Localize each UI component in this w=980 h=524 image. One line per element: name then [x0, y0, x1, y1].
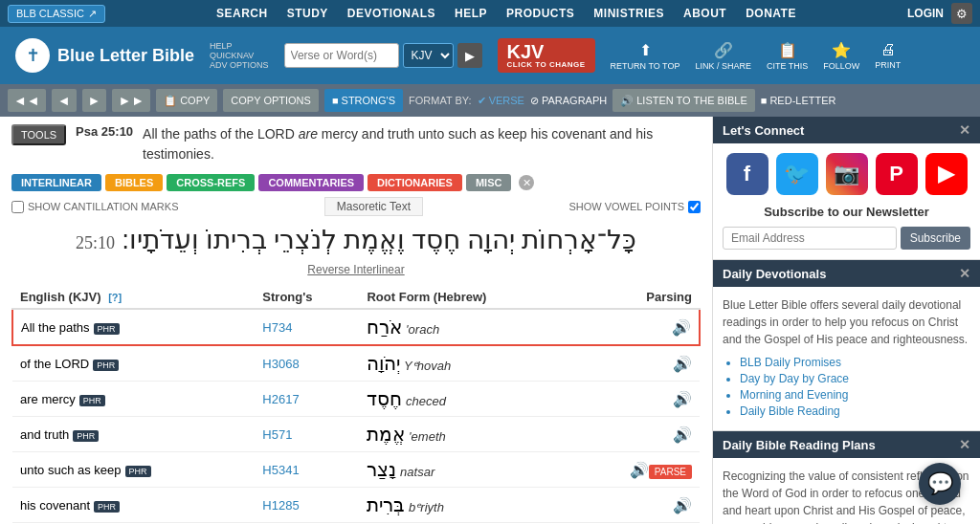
strongs-link[interactable]: H2617 — [262, 392, 299, 406]
copy-button[interactable]: 📋 COPY — [156, 89, 217, 112]
strongs-number[interactable]: H3068 — [255, 345, 359, 382]
kjv-logo-area[interactable]: KJV CLICK TO CHANGE — [498, 38, 595, 73]
strongs-button[interactable]: ■ STRONG'S — [324, 89, 403, 112]
reverse-interlinear-link[interactable]: Reverse Interlinear — [11, 263, 701, 276]
connect-close-button[interactable]: ✕ — [959, 122, 970, 138]
daily-link-2[interactable]: Day by Day by Grace — [740, 372, 970, 385]
return-top-label: RETURN TO TOP — [611, 61, 680, 71]
strongs-number[interactable]: H5341 — [255, 452, 359, 488]
vowel-points-input[interactable] — [688, 201, 701, 213]
cantillation-checkbox[interactable]: SHOW CANTILLATION MARKS — [11, 201, 178, 213]
strongs-number[interactable]: H734 — [255, 309, 359, 345]
youtube-button[interactable]: ▶ — [925, 153, 968, 195]
hebrew-content: כָּל־אָרְחוֹת יְהוָה חֶסֶד וֶאֱמֶת לְנֹצ… — [122, 225, 636, 254]
instagram-button[interactable]: 📷 — [826, 153, 868, 195]
tab-dictionaries[interactable]: DICTIONARIES — [368, 174, 462, 191]
adv-options-label[interactable]: ADV OPTIONS — [210, 60, 269, 70]
tab-misc[interactable]: MISC — [466, 174, 512, 191]
gear-icon: ⚙ — [956, 7, 968, 21]
strongs-link[interactable]: H571 — [262, 427, 292, 442]
table-row[interactable]: his covenantPHRH1285בְּרִית bᵉriyth🔊 — [12, 488, 700, 523]
subscribe-button[interactable]: Subscribe — [901, 227, 970, 250]
tools-button[interactable]: TOOLS — [11, 124, 66, 145]
tab-commentaries[interactable]: COMMENTARIES — [258, 174, 364, 191]
help-label[interactable]: HELP — [210, 41, 269, 51]
quicknav-label[interactable]: QUICKNAV — [210, 51, 269, 60]
strongs-number[interactable]: H1285 — [255, 488, 359, 523]
chat-button[interactable]: 💬 — [919, 463, 961, 505]
tab-bibles[interactable]: BIBLES — [105, 174, 163, 191]
header: ✝ Blue Letter Bible HELP QUICKNAV ADV OP… — [0, 27, 980, 84]
strongs-link[interactable]: H1285 — [262, 498, 299, 513]
help-nav-link[interactable]: HELP — [455, 7, 487, 20]
follow-button[interactable]: ⭐ FOLLOW — [823, 41, 859, 71]
donate-nav-link[interactable]: DONATE — [746, 7, 796, 20]
table-row[interactable]: of the LORDPHRH3068יְהֹוָה Yᵉhovah🔊 — [12, 345, 700, 382]
daily-link-1[interactable]: BLB Daily Promises — [740, 356, 970, 369]
tabs-close-button[interactable]: ✕ — [519, 175, 534, 190]
pinterest-button[interactable]: P — [876, 153, 918, 195]
login-button[interactable]: LOGIN — [907, 7, 944, 20]
devotionals-nav-link[interactable]: DEVOTIONALS — [347, 7, 435, 20]
daily-link-3[interactable]: Morning and Evening — [740, 388, 970, 402]
tab-interlinear[interactable]: INTERLINEAR — [11, 174, 101, 191]
return-top-button[interactable]: ⬆ RETURN TO TOP — [611, 41, 680, 71]
strongs-link[interactable]: H734 — [262, 320, 292, 335]
strongs-link[interactable]: H5341 — [262, 463, 299, 477]
audio-button[interactable]: 🔊 — [672, 318, 691, 337]
strongs-number[interactable]: H571 — [255, 417, 359, 452]
prev-page-button[interactable]: ◄ — [52, 89, 77, 112]
strongs-label: STRONG'S — [342, 95, 396, 106]
cite-this-button[interactable]: 📋 CITE THIS — [767, 41, 808, 71]
table-row[interactable]: unto such as keepPHRH5341נָצַר natsar🔊PA… — [12, 452, 700, 488]
first-page-button[interactable]: ◄◄ — [8, 89, 46, 112]
audio-button[interactable]: 🔊 — [673, 426, 692, 444]
audio-button[interactable]: 🔊 — [673, 390, 692, 408]
listen-button[interactable]: 🔊 LISTEN TO THE BIBLE — [612, 89, 755, 112]
audio-button[interactable]: 🔊 — [673, 355, 692, 373]
link-share-button[interactable]: 🔗 LINK / SHARE — [695, 41, 751, 71]
help-link[interactable]: [?] — [108, 292, 122, 303]
vowel-points-checkbox[interactable]: SHOW VOWEL POINTS — [568, 201, 701, 213]
strongs-link[interactable]: H3068 — [262, 357, 299, 371]
reading-plans-close-button[interactable]: ✕ — [959, 437, 970, 452]
table-row[interactable]: All the pathsPHRH734אֹרַח 'orach🔊 — [12, 309, 700, 345]
print-button[interactable]: 🖨 PRINT — [875, 41, 901, 70]
verse-format-button[interactable]: ✔ VERSE — [478, 95, 524, 107]
reading-plans-header: Daily Bible Reading Plans ✕ — [713, 431, 980, 458]
translation-select[interactable]: KJV — [403, 43, 454, 68]
verse-reference: Psa 25:10 — [76, 124, 133, 139]
red-letter-button[interactable]: ■ RED-LETTER — [761, 95, 836, 106]
products-nav-link[interactable]: PRODUCTS — [506, 7, 574, 20]
email-input[interactable] — [723, 227, 897, 250]
strongs-number[interactable]: H2617 — [255, 382, 359, 417]
paragraph-format-button[interactable]: ⊘ PARAGRAPH — [530, 95, 607, 107]
twitter-button[interactable]: 🐦 — [776, 153, 818, 195]
facebook-button[interactable]: f — [726, 153, 768, 195]
tab-cross-refs[interactable]: CROSS-REFS — [167, 174, 255, 191]
audio-button[interactable]: 🔊 — [673, 496, 692, 514]
copy-options-button[interactable]: COPY OPTIONS — [223, 89, 319, 112]
settings-button[interactable]: ⚙ — [951, 3, 972, 24]
blb-classic-button[interactable]: BLB CLASSIC ↗ — [8, 5, 105, 23]
next-page-button[interactable]: ► — [82, 89, 107, 112]
about-nav-link[interactable]: ABOUT — [683, 7, 726, 20]
study-nav-link[interactable]: STUDY — [287, 7, 328, 20]
table-row[interactable]: are mercyPHRH2617חֶסֶד checed🔊 — [12, 382, 700, 417]
go-button[interactable]: ▶ — [457, 43, 482, 68]
parse-button[interactable]: PARSE — [649, 465, 692, 479]
last-page-button[interactable]: ►► — [112, 89, 150, 112]
search-nav-link[interactable]: SEARCH — [216, 7, 268, 20]
verse-search-input[interactable] — [284, 43, 399, 68]
table-row[interactable]: and truthPHRH571אֱמֶת 'emeth🔊 — [12, 417, 700, 452]
main-area: TOOLS Psa 25:10 All the paths of the LOR… — [0, 117, 980, 524]
external-link-icon: ↗ — [88, 8, 97, 20]
audio-button[interactable]: 🔊 — [630, 461, 649, 479]
kjv-logo: KJV CLICK TO CHANGE — [498, 38, 595, 73]
ministries-nav-link[interactable]: MINISTRIES — [593, 7, 664, 20]
verse-text: All the paths of the LORD are mercy and … — [143, 124, 701, 164]
daily-link-4[interactable]: Daily Bible Reading — [740, 404, 970, 418]
phr-badge: PHR — [94, 323, 120, 335]
daily-dev-close-button[interactable]: ✕ — [959, 266, 970, 281]
cantillation-input[interactable] — [11, 201, 24, 213]
